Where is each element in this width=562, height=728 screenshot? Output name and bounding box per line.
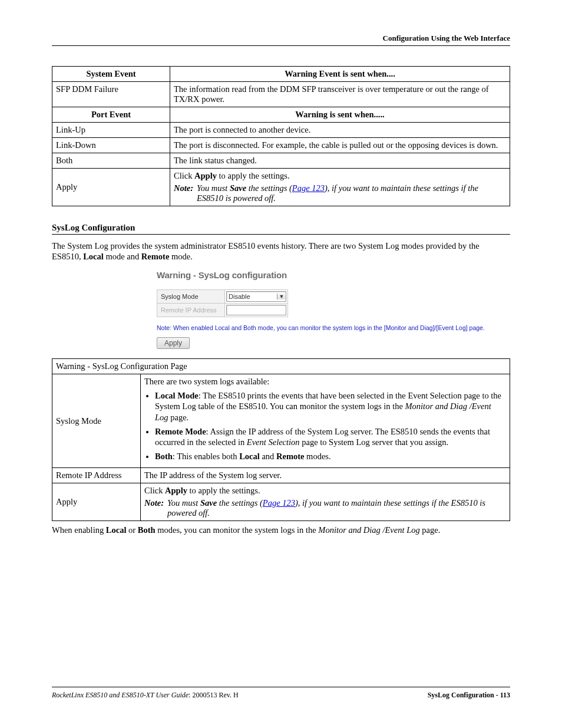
syslog-intro-end: mode. — [169, 252, 192, 261]
page-footer: RocketLinx ES8510 and ES8510-XT User Gui… — [52, 687, 510, 700]
syslog-intro-mid: mode and — [104, 252, 141, 261]
apply2-click-post: to apply the settings. — [187, 486, 260, 495]
footer-right: SysLog Configuration - 113 — [428, 691, 510, 700]
cell-apply-body: Click Apply to apply the settings. Note:… — [170, 169, 510, 206]
footer-rule — [52, 687, 510, 687]
th-warning-port: Warning is sent when..... — [170, 107, 510, 123]
note-label-2: Note: — [144, 498, 167, 518]
note-mid-1: the settings ( — [246, 183, 292, 193]
page-123-link-2[interactable]: Page 123 — [263, 498, 295, 508]
cell-mode-body: There are two system logs available: Loc… — [141, 374, 510, 468]
bullet-local: Local Mode: The ES8510 prints the events… — [155, 390, 506, 422]
closing-or: or — [126, 525, 137, 535]
syslog-rule — [52, 234, 510, 235]
cell-apply-label: Apply — [52, 169, 170, 206]
syslog-mode-value: Disable — [229, 293, 250, 300]
note-label-1: Note: — [174, 183, 197, 203]
cell-sfp-text: The information read from the DDM SFP tr… — [170, 82, 510, 107]
syslog-intro-remote: Remote — [141, 252, 170, 261]
page-123-link-1[interactable]: Page 123 — [292, 183, 325, 193]
closing-both: Both — [138, 525, 156, 535]
ui-row1-label: Syslog Mode — [157, 290, 225, 304]
syslog-heading: SysLog Configuration — [52, 223, 510, 233]
cell-sfp-label: SFP DDM Failure — [52, 82, 170, 107]
bullet-both: Both: This enables both Local and Remote… — [155, 451, 506, 462]
bullet-remote-b: Remote Mode — [155, 427, 206, 436]
chevron-down-icon: ▼ — [277, 294, 286, 299]
ui-form: Syslog Mode Disable ▼ Remote IP Address — [157, 289, 288, 317]
th-warning-event: Warning Event is sent when.... — [170, 67, 510, 82]
apply-button[interactable]: Apply — [157, 337, 190, 349]
bullet-both-remote: Remote — [276, 452, 305, 461]
ui-title: Warning - SysLog configuration — [157, 270, 510, 280]
bullet-both-b: Both — [155, 452, 173, 461]
cell-linkup-text: The port is connected to another device. — [170, 123, 510, 138]
bullet-remote: Remote Mode: Assign the IP address of th… — [155, 426, 506, 447]
note-pre-2: You must — [167, 498, 200, 508]
syslog-config-table: Warning - SysLog Configuration Page Sysl… — [52, 358, 510, 521]
note-save-1: Save — [230, 183, 246, 193]
cell-both-label: Both — [52, 153, 170, 169]
page-header: Configuration Using the Web Interface — [52, 34, 510, 43]
closing-mid: modes, you can monitor the system logs i… — [156, 525, 319, 535]
bullet-both-and: and — [260, 452, 276, 461]
note-save-2: Save — [200, 498, 217, 508]
syslog-intro: The System Log provides the system admin… — [52, 241, 510, 262]
cell-linkdown-text: The port is disconnected. For example, t… — [170, 138, 510, 153]
syslog-mode-select[interactable]: Disable ▼ — [226, 291, 286, 302]
bullet-both-end: modes. — [304, 452, 330, 461]
closing-end: page. — [420, 525, 441, 535]
event-warning-table: System Event Warning Event is sent when.… — [52, 66, 510, 206]
bullet-remote-end: page to System Log server that you assig… — [300, 437, 449, 447]
cell-ip-label: Remote IP Address — [52, 468, 141, 483]
bullet-local-b: Local Mode — [155, 391, 199, 400]
cell-ip-text: The IP address of the System log server. — [141, 468, 510, 483]
syslog-intro-local: Local — [83, 252, 104, 261]
note-pre-1: You must — [197, 183, 230, 193]
closing-paragraph: When enabling Local or Both modes, you c… — [52, 525, 510, 535]
cell-mode-label: Syslog Mode — [52, 374, 141, 468]
mode-intro: There are two system logs available: — [144, 377, 269, 386]
ui-row2-label: Remote IP Address — [157, 304, 225, 317]
apply-click-post: to apply the settings. — [217, 171, 290, 180]
bullet-remote-i: Event Selection — [247, 437, 300, 447]
note-body-1: You must Save the settings (Page 123), i… — [197, 183, 506, 203]
apply2-click-bold: Apply — [165, 486, 187, 495]
cell-apply2-label: Apply — [52, 483, 141, 521]
cell-linkup-label: Link-Up — [52, 123, 170, 138]
th-port-event: Port Event — [52, 107, 170, 123]
bullet-local-end: page. — [168, 413, 189, 422]
footer-rev: : 2000513 Rev. H — [189, 691, 239, 699]
footer-left: RocketLinx ES8510 and ES8510-XT User Gui… — [52, 691, 239, 700]
closing-italic: Monitor and Diag /Event Log — [318, 525, 419, 535]
note-mid-2: the settings ( — [217, 498, 263, 508]
apply-click-pre: Click — [174, 171, 194, 180]
bullet-both-a: : This enables both — [173, 452, 239, 461]
remote-ip-input[interactable] — [226, 305, 286, 315]
ui-note: Note: When enabled Local and Both mode, … — [157, 324, 510, 331]
apply-click-bold: Apply — [194, 171, 217, 180]
cell-both-text: The link status changed. — [170, 153, 510, 169]
apply2-click-pre: Click — [144, 486, 165, 495]
syslog-table-title: Warning - SysLog Configuration Page — [52, 359, 510, 374]
note-body-2: You must Save the settings (Page 123), i… — [167, 498, 506, 518]
cell-linkdown-label: Link-Down — [52, 138, 170, 153]
closing-pre: When enabling — [52, 525, 106, 535]
ui-screenshot: Warning - SysLog configuration Syslog Mo… — [157, 270, 510, 349]
closing-local: Local — [106, 525, 127, 535]
footer-guide-name: RocketLinx ES8510 and ES8510-XT User Gui… — [52, 691, 189, 699]
th-system-event: System Event — [52, 67, 170, 82]
cell-apply2-body: Click Apply to apply the settings. Note:… — [141, 483, 510, 521]
bullet-both-local: Local — [239, 452, 260, 461]
